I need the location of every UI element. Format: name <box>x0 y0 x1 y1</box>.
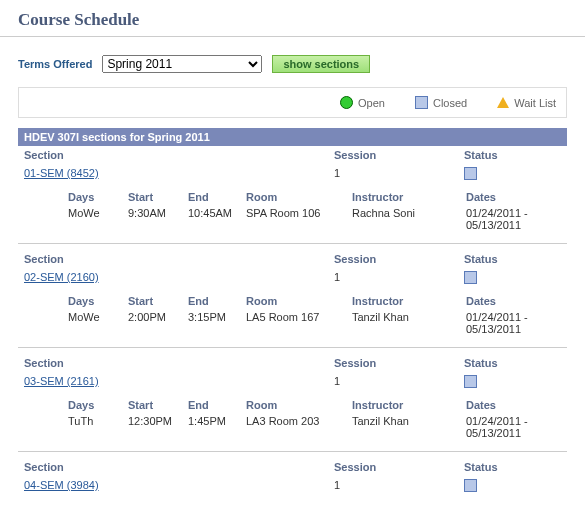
square-closed-icon <box>415 96 428 109</box>
section-value-row: 01-SEM (8452)1 <box>18 164 567 185</box>
legend-wait: Wait List <box>497 96 556 109</box>
triangle-wait-icon <box>497 97 509 108</box>
status-closed-icon <box>464 167 477 180</box>
instructor-value: Tanzil Khan <box>352 415 466 439</box>
session-value: 1 <box>334 479 464 494</box>
terms-offered-label: Terms Offered <box>18 58 92 70</box>
room-value: LA5 Room 167 <box>246 311 352 335</box>
end-value: 10:45AM <box>188 207 246 231</box>
section-header-row: SectionSessionStatus <box>18 250 567 268</box>
section-value-row: 02-SEM (2160)1 <box>18 268 567 289</box>
status-closed-icon <box>464 479 477 492</box>
session-value: 1 <box>334 167 464 182</box>
page-title: Course Schedule <box>0 0 585 37</box>
section-link[interactable]: 04-SEM (3984) <box>24 479 99 491</box>
dates-value: 01/24/2011 - 05/13/2011 <box>466 207 567 231</box>
sections-bar: HDEV 307I sections for Spring 2011 <box>18 128 567 146</box>
section-value-row: 03-SEM (2161)1 <box>18 372 567 393</box>
term-row: Terms Offered Spring 2011 show sections <box>18 55 567 73</box>
instructor-value: Tanzil Khan <box>352 311 466 335</box>
session-value: 1 <box>334 375 464 390</box>
show-sections-button[interactable]: show sections <box>272 55 370 73</box>
legend: Open Closed Wait List <box>18 87 567 118</box>
end-value: 1:45PM <box>188 415 246 439</box>
legend-open: Open <box>340 96 385 109</box>
status-closed-icon <box>464 375 477 388</box>
room-value: LA3 Room 203 <box>246 415 352 439</box>
instructor-value: Rachna Soni <box>352 207 466 231</box>
section-header-row: SectionSessionStatus <box>18 354 567 372</box>
section-detail: DaysStartEndRoomInstructorDatesTuTh12:30… <box>18 393 567 452</box>
section-link[interactable]: 02-SEM (2160) <box>24 271 99 283</box>
room-value: SPA Room 106 <box>246 207 352 231</box>
status-closed-icon <box>464 271 477 284</box>
days-value: MoWe <box>68 311 128 335</box>
section-detail: DaysStartEndRoomInstructorDatesMoWe9:30A… <box>18 185 567 244</box>
section-link[interactable]: 01-SEM (8452) <box>24 167 99 179</box>
dates-value: 01/24/2011 - 05/13/2011 <box>466 311 567 335</box>
section-header-row: SectionSessionStatus <box>18 146 567 164</box>
section-link[interactable]: 03-SEM (2161) <box>24 375 99 387</box>
term-select[interactable]: Spring 2011 <box>102 55 262 73</box>
start-value: 12:30PM <box>128 415 188 439</box>
section-header-row: SectionSessionStatus <box>18 458 567 476</box>
dates-value: 01/24/2011 - 05/13/2011 <box>466 415 567 439</box>
end-value: 3:15PM <box>188 311 246 335</box>
days-value: TuTh <box>68 415 128 439</box>
days-value: MoWe <box>68 207 128 231</box>
session-value: 1 <box>334 271 464 286</box>
section-value-row: 04-SEM (3984)1 <box>18 476 567 497</box>
start-value: 2:00PM <box>128 311 188 335</box>
circle-open-icon <box>340 96 353 109</box>
start-value: 9:30AM <box>128 207 188 231</box>
section-detail: DaysStartEndRoomInstructorDatesMoWe2:00P… <box>18 289 567 348</box>
legend-closed: Closed <box>415 96 467 109</box>
